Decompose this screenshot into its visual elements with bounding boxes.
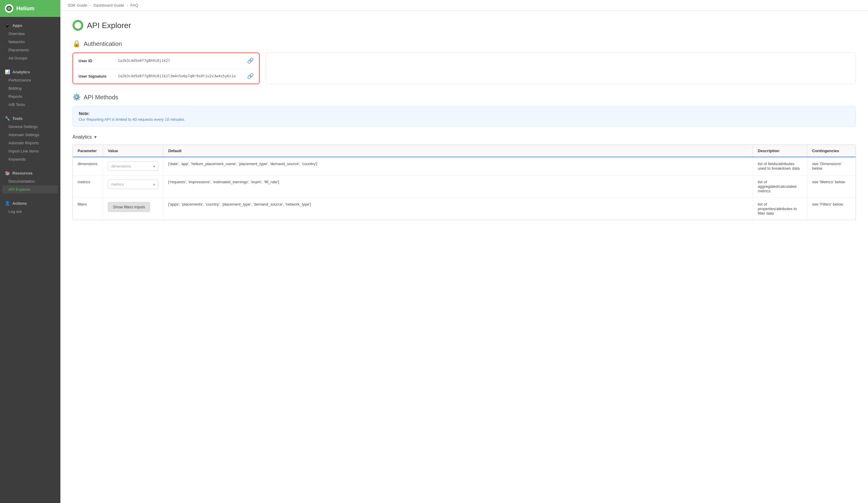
- sidebar-header: Helium: [0, 0, 60, 17]
- sidebar-item-general-settings[interactable]: General Settings: [0, 123, 60, 131]
- cell-dimensions-contingencies: see 'Dimensions' below: [807, 157, 856, 175]
- breadcrumb-sep-1: ›: [90, 3, 91, 8]
- sidebar-item-overview[interactable]: Overview: [0, 30, 60, 38]
- api-explorer-icon: [72, 20, 83, 31]
- auth-section-header: 🔒 Authentication: [72, 40, 856, 48]
- cell-metrics-contingencies: see 'Metrics' below: [807, 176, 856, 198]
- lock-icon: 🔒: [72, 40, 81, 48]
- cell-filters-param: filters: [73, 198, 103, 220]
- col-header-contingencies: Contingencies: [807, 145, 856, 157]
- cell-metrics-default: ['requests', 'impressions', 'estimated_e…: [163, 176, 753, 198]
- user-id-row: User ID 1a2b3c4d5e6f7g8h9i0j1k2l 🔗: [73, 53, 259, 69]
- show-filters-button[interactable]: Show filters Inputs: [108, 202, 150, 212]
- sidebar-item-placements[interactable]: Placements: [0, 46, 60, 54]
- user-id-link-icon[interactable]: 🔗: [247, 57, 254, 64]
- app-name: Helium: [16, 6, 34, 12]
- table-row: filters Show filters Inputs ['apps', 'pl…: [73, 198, 856, 220]
- metrics-select[interactable]: metrics: [108, 180, 158, 189]
- sidebar-item-logout[interactable]: Log out: [0, 207, 60, 216]
- sidebar-item-adomain-reports[interactable]: Adomain Reports: [0, 139, 60, 147]
- cell-dimensions-param: dimensions: [73, 157, 103, 175]
- cell-dimensions-value[interactable]: dimensions: [103, 157, 163, 175]
- phone-icon: 📱: [5, 23, 10, 28]
- analytics-toggle-label: Analytics: [72, 134, 92, 140]
- table-header: Parameter Value Default Description Cont…: [73, 145, 856, 157]
- sidebar-section-actions-header[interactable]: 👤 Actions: [0, 199, 60, 207]
- wrench-icon: 🔧: [5, 116, 10, 121]
- sidebar-section-resources: 📚 Resources Documentation API Explorer: [0, 165, 60, 195]
- sidebar-item-ad-groups[interactable]: Ad Groups: [0, 54, 60, 62]
- breadcrumb-sdk-guide[interactable]: SDK Guide: [68, 3, 87, 8]
- cell-filters-contingencies: see 'Filters' below: [807, 198, 856, 220]
- sidebar-section-resources-header[interactable]: 📚 Resources: [0, 169, 60, 177]
- table-row: metrics metrics ['requests', 'impression…: [73, 176, 856, 198]
- cell-metrics-value[interactable]: metrics: [103, 176, 163, 198]
- col-header-default: Default: [163, 145, 753, 157]
- sidebar-section-apps-label: Apps: [12, 23, 22, 28]
- sidebar-section-tools: 🔧 Tools General Settings Adomain Setting…: [0, 110, 60, 165]
- dimensions-select-wrapper[interactable]: dimensions: [108, 161, 158, 171]
- logo-icon: [5, 4, 13, 13]
- sidebar-item-documentation[interactable]: Documentation: [0, 177, 60, 185]
- api-methods-title: API Methods: [84, 94, 118, 101]
- breadcrumb-sep-2: ›: [126, 3, 128, 8]
- user-id-label: User ID: [79, 59, 118, 63]
- sidebar-item-networks[interactable]: Networks: [0, 38, 60, 46]
- note-body: Our Reporting API is limited to 40 reque…: [79, 117, 850, 122]
- sidebar-section-tools-label: Tools: [12, 116, 23, 121]
- user-signature-row: User Signature 1a2b3c4d5e6f7g8h9i0j1k2l3…: [73, 69, 259, 84]
- cell-dimensions-default: ['date', 'app', 'helium_placement_name',…: [163, 157, 753, 175]
- sidebar-item-performance[interactable]: Performance: [0, 76, 60, 84]
- book-icon: 📚: [5, 170, 10, 176]
- dimensions-select[interactable]: dimensions: [108, 161, 158, 171]
- page-title: API Explorer: [87, 21, 131, 30]
- api-methods-header: ⚙️ API Methods: [72, 93, 856, 101]
- auth-section-title: Authentication: [84, 41, 122, 48]
- breadcrumb-dashboard-guide[interactable]: Dashboard Guide: [93, 3, 124, 8]
- sidebar-item-keywords[interactable]: Keywords: [0, 155, 60, 163]
- sidebar-item-import-line-items[interactable]: Import Line Items: [0, 147, 60, 155]
- person-icon: 👤: [5, 201, 10, 206]
- sidebar-item-ab-tests[interactable]: A/B Tests: [0, 101, 60, 109]
- cell-filters-default: ['apps', 'placements', 'country', 'place…: [163, 198, 753, 220]
- cell-filters-description: list of properties/attributes to filter …: [753, 198, 807, 220]
- gear-icon: ⚙️: [72, 93, 81, 101]
- sidebar-section-analytics-label: Analytics: [12, 70, 30, 74]
- sidebar-section-apps-header[interactable]: 📱 Apps: [0, 21, 60, 30]
- auth-container: User ID 1a2b3c4d5e6f7g8h9i0j1k2l 🔗 User …: [72, 53, 856, 84]
- breadcrumb: SDK Guide › Dashboard Guide › FAQ: [60, 0, 868, 11]
- main-content: SDK Guide › Dashboard Guide › FAQ API Ex…: [60, 0, 868, 503]
- col-header-value: Value: [103, 145, 163, 157]
- auth-box: User ID 1a2b3c4d5e6f7g8h9i0j1k2l 🔗 User …: [72, 53, 260, 84]
- sidebar-section-analytics-header[interactable]: 📊 Analytics: [0, 67, 60, 76]
- sidebar-section-actions-label: Actions: [12, 201, 27, 206]
- col-header-description: Description: [753, 145, 807, 157]
- cell-dimensions-description: list of fields/attributes used to breakd…: [753, 157, 807, 175]
- api-table: Parameter Value Default Description Cont…: [72, 145, 856, 220]
- sidebar: Helium 📱 Apps Overview Networks Placemen…: [0, 0, 60, 503]
- cell-filters-value[interactable]: Show filters Inputs: [103, 198, 163, 220]
- sidebar-item-adomain-settings[interactable]: Adomain Settings: [0, 131, 60, 139]
- analytics-toggle[interactable]: Analytics ▾: [72, 134, 856, 140]
- note-box: Note: Our Reporting API is limited to 40…: [72, 106, 856, 127]
- sidebar-item-reports[interactable]: Reports: [0, 92, 60, 101]
- analytics-chevron-icon: ▾: [94, 134, 97, 140]
- sidebar-section-analytics: 📊 Analytics Performance Bidding Reports …: [0, 63, 60, 110]
- breadcrumb-faq: FAQ: [131, 3, 138, 8]
- page-content: API Explorer 🔒 Authentication User ID 1a…: [60, 11, 868, 503]
- cell-metrics-description: list of aggregated/calculated metrics: [753, 176, 807, 198]
- sidebar-section-tools-header[interactable]: 🔧 Tools: [0, 114, 60, 123]
- table-row: dimensions dimensions ['date', 'app', 'h…: [73, 157, 856, 176]
- col-header-parameter: Parameter: [73, 145, 103, 157]
- sidebar-item-api-explorer[interactable]: API Explorer: [2, 185, 58, 193]
- auth-right-panel: [266, 53, 856, 84]
- user-id-value: 1a2b3c4d5e6f7g8h9i0j1k2l: [118, 59, 247, 63]
- user-signature-value: 1a2b3c4d5e6f7g8h9i0j1k2l3m4n5o6p7q8r9s0t…: [118, 74, 247, 78]
- sidebar-section-apps: 📱 Apps Overview Networks Placements Ad G…: [0, 17, 60, 63]
- metrics-select-wrapper[interactable]: metrics: [108, 180, 158, 189]
- user-signature-link-icon[interactable]: 🔗: [247, 73, 254, 80]
- chart-icon: 📊: [5, 70, 10, 74]
- sidebar-section-resources-label: Resources: [12, 171, 32, 176]
- sidebar-section-actions: 👤 Actions Log out: [0, 195, 60, 217]
- sidebar-item-bidding[interactable]: Bidding: [0, 84, 60, 92]
